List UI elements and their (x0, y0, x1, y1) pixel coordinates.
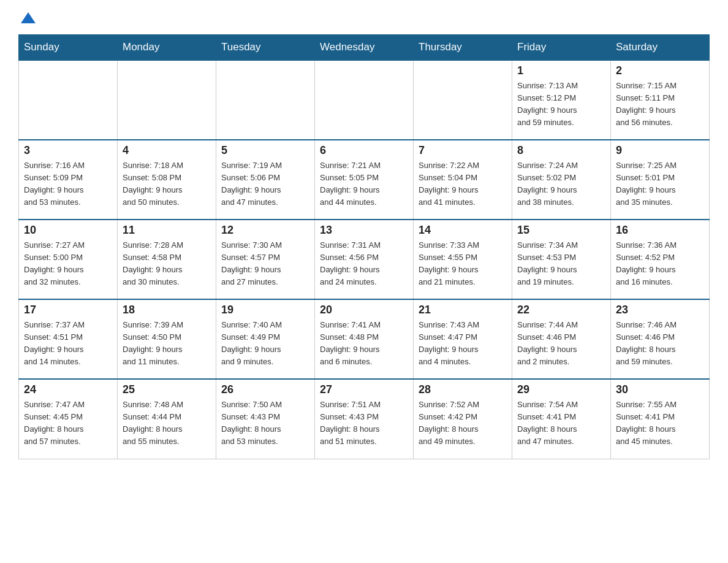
day-number: 9 (616, 144, 704, 157)
day-number: 6 (320, 144, 408, 157)
calendar-cell (216, 60, 315, 140)
day-number: 29 (517, 383, 605, 396)
calendar-cell: 8Sunrise: 7:24 AM Sunset: 5:02 PM Daylig… (512, 140, 611, 220)
logo (18, 12, 37, 22)
day-info: Sunrise: 7:55 AM Sunset: 4:41 PM Dayligh… (616, 399, 704, 448)
day-number: 2 (616, 64, 704, 77)
calendar-cell: 19Sunrise: 7:40 AM Sunset: 4:49 PM Dayli… (216, 299, 315, 379)
week-row-3: 10Sunrise: 7:27 AM Sunset: 5:00 PM Dayli… (19, 220, 710, 299)
calendar-cell: 4Sunrise: 7:18 AM Sunset: 5:08 PM Daylig… (118, 140, 216, 220)
calendar-cell: 2Sunrise: 7:15 AM Sunset: 5:11 PM Daylig… (611, 60, 710, 140)
week-row-5: 24Sunrise: 7:47 AM Sunset: 4:45 PM Dayli… (19, 379, 710, 459)
day-number: 23 (616, 304, 704, 316)
logo-triangle-icon (20, 10, 37, 27)
day-number: 27 (320, 383, 408, 396)
day-info: Sunrise: 7:13 AM Sunset: 5:12 PM Dayligh… (517, 80, 605, 129)
calendar-cell: 15Sunrise: 7:34 AM Sunset: 4:53 PM Dayli… (512, 220, 611, 299)
day-info: Sunrise: 7:15 AM Sunset: 5:11 PM Dayligh… (616, 80, 704, 129)
day-number: 21 (419, 304, 507, 316)
calendar-cell: 25Sunrise: 7:48 AM Sunset: 4:44 PM Dayli… (118, 379, 216, 459)
week-row-1: 1Sunrise: 7:13 AM Sunset: 5:12 PM Daylig… (19, 60, 710, 140)
day-number: 1 (517, 64, 605, 77)
calendar-cell: 26Sunrise: 7:50 AM Sunset: 4:43 PM Dayli… (216, 379, 315, 459)
svg-marker-0 (21, 12, 36, 23)
calendar-cell: 11Sunrise: 7:28 AM Sunset: 4:58 PM Dayli… (118, 220, 216, 299)
calendar-cell: 5Sunrise: 7:19 AM Sunset: 5:06 PM Daylig… (216, 140, 315, 220)
calendar-cell: 28Sunrise: 7:52 AM Sunset: 4:42 PM Dayli… (414, 379, 512, 459)
day-number: 3 (24, 144, 112, 157)
calendar-cell (315, 60, 414, 140)
day-number: 24 (24, 383, 112, 396)
calendar-cell: 14Sunrise: 7:33 AM Sunset: 4:55 PM Dayli… (414, 220, 512, 299)
day-number: 26 (221, 383, 309, 396)
day-number: 8 (517, 144, 605, 157)
day-info: Sunrise: 7:31 AM Sunset: 4:56 PM Dayligh… (320, 239, 408, 289)
day-info: Sunrise: 7:36 AM Sunset: 4:52 PM Dayligh… (616, 239, 704, 289)
calendar-cell: 21Sunrise: 7:43 AM Sunset: 4:47 PM Dayli… (414, 299, 512, 379)
day-number: 13 (320, 224, 408, 237)
calendar-cell: 24Sunrise: 7:47 AM Sunset: 4:45 PM Dayli… (19, 379, 118, 459)
page-header (18, 12, 710, 22)
calendar-cell: 18Sunrise: 7:39 AM Sunset: 4:50 PM Dayli… (118, 299, 216, 379)
calendar-table: SundayMondayTuesdayWednesdayThursdayFrid… (18, 34, 710, 459)
day-number: 7 (419, 144, 507, 157)
day-number: 11 (123, 224, 211, 237)
day-number: 10 (24, 224, 112, 237)
day-number: 4 (123, 144, 211, 157)
week-row-4: 17Sunrise: 7:37 AM Sunset: 4:51 PM Dayli… (19, 299, 710, 379)
day-number: 19 (221, 304, 309, 316)
day-info: Sunrise: 7:28 AM Sunset: 4:58 PM Dayligh… (123, 239, 211, 289)
day-info: Sunrise: 7:43 AM Sunset: 4:47 PM Dayligh… (419, 319, 507, 369)
day-number: 14 (419, 224, 507, 237)
day-info: Sunrise: 7:16 AM Sunset: 5:09 PM Dayligh… (24, 159, 112, 209)
day-info: Sunrise: 7:19 AM Sunset: 5:06 PM Dayligh… (221, 159, 309, 209)
day-info: Sunrise: 7:27 AM Sunset: 5:00 PM Dayligh… (24, 239, 112, 289)
day-info: Sunrise: 7:46 AM Sunset: 4:46 PM Dayligh… (616, 319, 704, 369)
day-info: Sunrise: 7:37 AM Sunset: 4:51 PM Dayligh… (24, 319, 112, 369)
weekday-header-saturday: Saturday (611, 35, 710, 61)
calendar-cell: 12Sunrise: 7:30 AM Sunset: 4:57 PM Dayli… (216, 220, 315, 299)
day-info: Sunrise: 7:52 AM Sunset: 4:42 PM Dayligh… (419, 399, 507, 448)
day-number: 20 (320, 304, 408, 316)
calendar-cell: 1Sunrise: 7:13 AM Sunset: 5:12 PM Daylig… (512, 60, 611, 140)
week-row-2: 3Sunrise: 7:16 AM Sunset: 5:09 PM Daylig… (19, 140, 710, 220)
day-info: Sunrise: 7:22 AM Sunset: 5:04 PM Dayligh… (419, 159, 507, 209)
day-info: Sunrise: 7:24 AM Sunset: 5:02 PM Dayligh… (517, 159, 605, 209)
day-info: Sunrise: 7:34 AM Sunset: 4:53 PM Dayligh… (517, 239, 605, 289)
day-info: Sunrise: 7:51 AM Sunset: 4:43 PM Dayligh… (320, 399, 408, 448)
weekday-header-wednesday: Wednesday (315, 35, 414, 61)
day-info: Sunrise: 7:48 AM Sunset: 4:44 PM Dayligh… (123, 399, 211, 448)
calendar-cell: 30Sunrise: 7:55 AM Sunset: 4:41 PM Dayli… (611, 379, 710, 459)
day-number: 15 (517, 224, 605, 237)
day-number: 28 (419, 383, 507, 396)
calendar-cell: 22Sunrise: 7:44 AM Sunset: 4:46 PM Dayli… (512, 299, 611, 379)
day-number: 12 (221, 224, 309, 237)
day-info: Sunrise: 7:41 AM Sunset: 4:48 PM Dayligh… (320, 319, 408, 369)
day-info: Sunrise: 7:40 AM Sunset: 4:49 PM Dayligh… (221, 319, 309, 369)
day-info: Sunrise: 7:18 AM Sunset: 5:08 PM Dayligh… (123, 159, 211, 209)
calendar-header-row: SundayMondayTuesdayWednesdayThursdayFrid… (19, 35, 710, 61)
day-number: 30 (616, 383, 704, 396)
calendar-cell: 27Sunrise: 7:51 AM Sunset: 4:43 PM Dayli… (315, 379, 414, 459)
day-number: 25 (123, 383, 211, 396)
calendar-cell: 17Sunrise: 7:37 AM Sunset: 4:51 PM Dayli… (19, 299, 118, 379)
day-info: Sunrise: 7:21 AM Sunset: 5:05 PM Dayligh… (320, 159, 408, 209)
calendar-cell: 7Sunrise: 7:22 AM Sunset: 5:04 PM Daylig… (414, 140, 512, 220)
calendar-cell: 3Sunrise: 7:16 AM Sunset: 5:09 PM Daylig… (19, 140, 118, 220)
day-number: 22 (517, 304, 605, 316)
day-number: 5 (221, 144, 309, 157)
calendar-cell: 13Sunrise: 7:31 AM Sunset: 4:56 PM Dayli… (315, 220, 414, 299)
weekday-header-tuesday: Tuesday (216, 35, 315, 61)
day-number: 16 (616, 224, 704, 237)
calendar-cell (118, 60, 216, 140)
calendar-cell: 29Sunrise: 7:54 AM Sunset: 4:41 PM Dayli… (512, 379, 611, 459)
day-info: Sunrise: 7:44 AM Sunset: 4:46 PM Dayligh… (517, 319, 605, 369)
day-number: 18 (123, 304, 211, 316)
day-info: Sunrise: 7:39 AM Sunset: 4:50 PM Dayligh… (123, 319, 211, 369)
day-info: Sunrise: 7:50 AM Sunset: 4:43 PM Dayligh… (221, 399, 309, 448)
day-info: Sunrise: 7:47 AM Sunset: 4:45 PM Dayligh… (24, 399, 112, 448)
calendar-cell: 20Sunrise: 7:41 AM Sunset: 4:48 PM Dayli… (315, 299, 414, 379)
calendar-cell (414, 60, 512, 140)
calendar-cell (19, 60, 118, 140)
weekday-header-friday: Friday (512, 35, 611, 61)
